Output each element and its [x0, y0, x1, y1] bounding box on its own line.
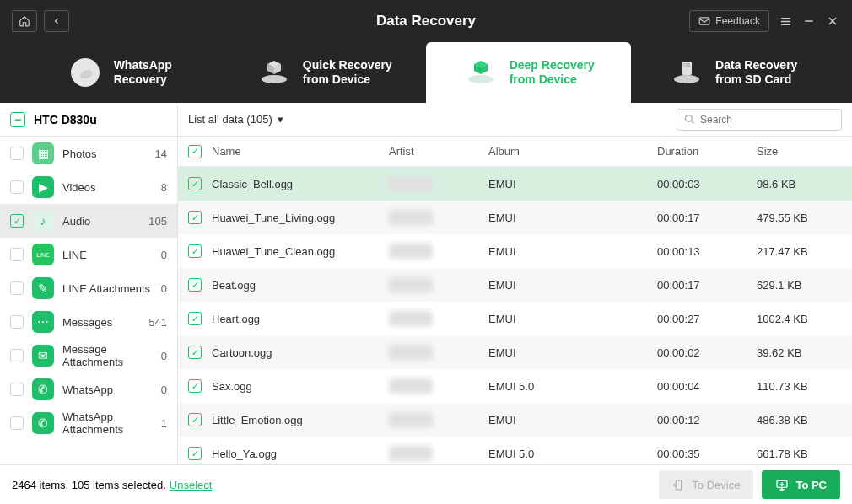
- col-size[interactable]: Size: [757, 145, 842, 158]
- sidebar: − HTC D830u ▦Photos14▶Videos8✓♪Audio105L…: [0, 103, 178, 464]
- sidebar-item[interactable]: ✆WhatsApp0: [0, 373, 177, 406]
- sidebar-checkbox[interactable]: [10, 383, 24, 396]
- cell-size: 110.73 KB: [757, 380, 842, 393]
- table-row[interactable]: ✓Sax.oggEMUI 5.000:00:04110.73 KB: [178, 369, 852, 403]
- table-row[interactable]: ✓Cartoon.oggEMUI00:00:0239.62 KB: [178, 335, 852, 369]
- col-album[interactable]: Album: [488, 145, 657, 158]
- cell-artist: [389, 176, 488, 191]
- sidebar-item[interactable]: LINELINE0: [0, 238, 177, 271]
- window-title: Data Recovery: [376, 13, 476, 29]
- cell-artist: [389, 244, 488, 259]
- table-row[interactable]: ✓Little_Emotion.oggEMUI00:00:12486.38 KB: [178, 403, 852, 437]
- table-row[interactable]: ✓Hello_Ya.oggEMUI 5.000:00:35661.78 KB: [178, 437, 852, 464]
- sidebar-item[interactable]: ✎LINE Attachments0: [0, 271, 177, 305]
- pc-export-icon: [775, 478, 789, 491]
- search-box[interactable]: [677, 109, 842, 131]
- tabs: WhatsAppRecovery Quick Recoveryfrom Devi…: [0, 42, 852, 103]
- sidebar-checkbox[interactable]: ✓: [10, 214, 24, 228]
- tab-deep-recovery[interactable]: Deep Recoveryfrom Device: [426, 42, 631, 103]
- sidebar-checkbox[interactable]: [10, 315, 24, 329]
- cell-name: Hello_Ya.ogg: [212, 448, 389, 460]
- cell-album: EMUI: [488, 178, 657, 190]
- sidebar-item[interactable]: ▦Photos14: [0, 137, 177, 170]
- tab-sd-recovery[interactable]: Data Recoveryfrom SD Card: [631, 42, 836, 103]
- sidebar-item-label: WhatsApp: [62, 383, 153, 396]
- tab-whatsapp-recovery[interactable]: WhatsAppRecovery: [17, 42, 222, 103]
- feedback-button[interactable]: Feedback: [689, 10, 769, 32]
- table-row[interactable]: ✓Heart.oggEMUI00:00:271002.4 KB: [178, 302, 852, 335]
- select-all-checkbox[interactable]: ✓: [188, 145, 202, 158]
- sidebar-checkbox[interactable]: [10, 180, 24, 194]
- chevron-down-icon: ▾: [278, 113, 283, 126]
- svg-point-9: [686, 115, 693, 122]
- cell-name: Heart.ogg: [212, 313, 389, 325]
- row-checkbox[interactable]: ✓: [188, 177, 202, 190]
- to-pc-button[interactable]: To PC: [762, 470, 840, 499]
- search-icon: [684, 114, 695, 125]
- table-row[interactable]: ✓Classic_Bell.oggEMUI00:00:0398.6 KB: [178, 167, 852, 201]
- home-button[interactable]: [12, 10, 37, 32]
- sidebar-checkbox[interactable]: [10, 248, 24, 261]
- to-pc-label: To PC: [795, 479, 827, 491]
- row-checkbox[interactable]: ✓: [188, 278, 202, 292]
- row-checkbox[interactable]: ✓: [188, 413, 202, 426]
- sidebar-checkbox[interactable]: [10, 349, 24, 362]
- table-body: ✓Classic_Bell.oggEMUI00:00:0398.6 KB✓Hua…: [178, 167, 852, 464]
- table-row[interactable]: ✓Huawei_Tune_Clean.oggEMUI00:00:13217.47…: [178, 234, 852, 268]
- sidebar-checkbox[interactable]: [10, 281, 24, 295]
- cell-duration: 00:00:35: [657, 448, 757, 460]
- table-row[interactable]: ✓Huawei_Tune_Living.oggEMUI00:00:17479.5…: [178, 201, 852, 234]
- sidebar-item[interactable]: ▶Videos8: [0, 170, 177, 204]
- sidebar-item[interactable]: ⋯Messages541: [0, 305, 177, 339]
- unselect-link[interactable]: Unselect: [170, 479, 213, 491]
- sd-card-icon: [668, 54, 705, 91]
- cell-album: EMUI: [488, 346, 657, 359]
- table-header: ✓ Name Artist Album Duration Size: [178, 137, 852, 167]
- cell-artist: [389, 378, 488, 394]
- sidebar-item[interactable]: ✆WhatsApp Attachments1: [0, 406, 177, 440]
- cell-artist: [389, 311, 488, 326]
- col-name[interactable]: Name: [212, 145, 389, 158]
- back-button[interactable]: [44, 10, 69, 32]
- device-checkbox[interactable]: −: [10, 112, 25, 127]
- cell-duration: 00:00:02: [657, 346, 757, 359]
- whatsapp-icon: [67, 54, 104, 91]
- tab-quick-recovery[interactable]: Quick Recoveryfrom Device: [222, 42, 427, 103]
- cell-duration: 00:00:12: [657, 414, 757, 426]
- device-header[interactable]: − HTC D830u: [0, 103, 177, 137]
- menu-button[interactable]: [778, 15, 793, 28]
- cell-artist: [389, 345, 488, 360]
- search-input[interactable]: [700, 114, 834, 126]
- row-checkbox[interactable]: ✓: [188, 211, 202, 224]
- to-device-button[interactable]: To Device: [659, 470, 753, 499]
- table-row[interactable]: ✓Beat.oggEMUI00:00:17629.1 KB: [178, 268, 852, 302]
- cell-name: Classic_Bell.ogg: [212, 178, 389, 190]
- cell-size: 98.6 KB: [757, 178, 842, 190]
- sidebar-item-count: 14: [155, 147, 167, 160]
- row-checkbox[interactable]: ✓: [188, 447, 202, 460]
- sidebar-checkbox[interactable]: [10, 147, 24, 160]
- row-checkbox[interactable]: ✓: [188, 379, 202, 393]
- cell-size: 217.47 KB: [757, 245, 842, 258]
- device-name: HTC D830u: [34, 113, 97, 126]
- sidebar-item-count: 1: [161, 417, 167, 430]
- col-duration[interactable]: Duration: [657, 145, 757, 158]
- close-button[interactable]: [825, 15, 840, 27]
- deep-recovery-icon: [462, 54, 499, 91]
- tab-label-2: Recovery: [114, 72, 172, 88]
- tab-label: WhatsApp: [114, 58, 172, 73]
- cell-size: 486.38 KB: [757, 414, 842, 426]
- titlebar-right: Feedback: [689, 10, 840, 32]
- minimize-button[interactable]: [801, 15, 817, 27]
- sidebar-item[interactable]: ✉Message Attachments0: [0, 339, 177, 373]
- cell-duration: 00:00:17: [657, 212, 757, 224]
- row-checkbox[interactable]: ✓: [188, 346, 202, 359]
- col-artist[interactable]: Artist: [389, 145, 488, 158]
- list-filter-dropdown[interactable]: List all data (105) ▾: [188, 113, 283, 126]
- category-icon: ▦: [32, 142, 54, 164]
- sidebar-item[interactable]: ✓♪Audio105: [0, 204, 177, 238]
- svg-rect-7: [686, 63, 688, 67]
- sidebar-checkbox[interactable]: [10, 416, 24, 430]
- row-checkbox[interactable]: ✓: [188, 244, 202, 258]
- row-checkbox[interactable]: ✓: [188, 312, 202, 325]
